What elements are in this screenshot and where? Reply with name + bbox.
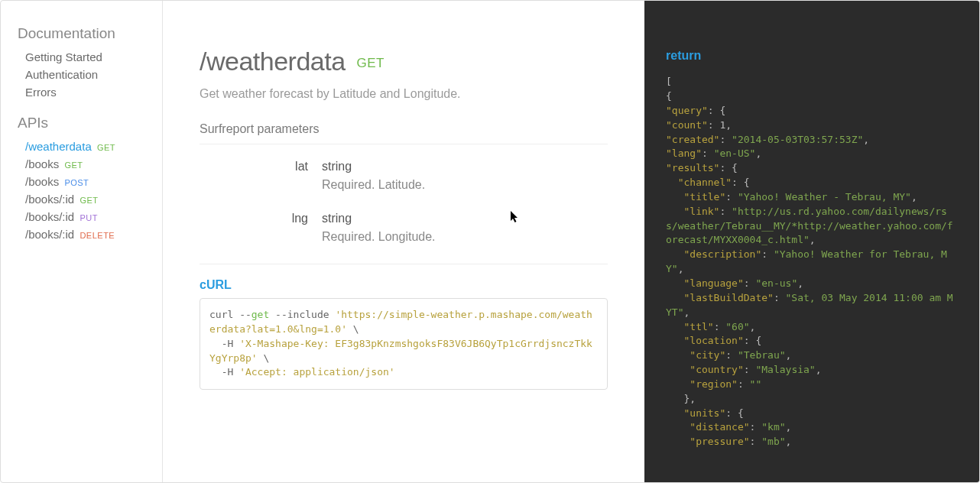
sidebar-api-item[interactable]: /weatherdata GET xyxy=(18,138,162,155)
sidebar-api-list: /weatherdata GET/books GET/books POST/bo… xyxy=(18,138,162,243)
curl-code-block[interactable]: curl --get --include 'https://simple-wea… xyxy=(200,298,608,390)
param-row: latstringRequired. Latitude. xyxy=(200,160,608,192)
sidebar-api-item-label: /books/:id xyxy=(25,210,74,223)
method-badge: GET xyxy=(64,160,83,170)
params-table: latstringRequired. Latitude.lngstringReq… xyxy=(200,160,608,244)
sidebar-doc-item[interactable]: Authentication xyxy=(18,66,162,83)
endpoint-method-badge: GET xyxy=(357,56,385,70)
method-badge: DELETE xyxy=(80,231,115,240)
sidebar-api-item[interactable]: /books/:id DELETE xyxy=(18,225,162,243)
param-type: string xyxy=(322,212,608,225)
endpoint-path: /weatherdata xyxy=(200,47,346,76)
sidebar-api-item-label: /books xyxy=(25,175,59,188)
sidebar-api-item[interactable]: /books/:id PUT xyxy=(18,208,162,225)
main-content: /weatherdata GET Get weather forecast by… xyxy=(163,1,644,482)
sidebar-api-item[interactable]: /books POST xyxy=(18,173,162,190)
sidebar-api-item-label: /books xyxy=(25,157,59,170)
params-divider xyxy=(200,264,608,264)
sidebar-doc-item[interactable]: Errors xyxy=(18,83,162,101)
method-badge: GET xyxy=(80,196,98,205)
sidebar-api-item[interactable]: /books GET xyxy=(18,155,162,173)
params-heading: Surfreport parameters xyxy=(200,122,608,144)
sidebar-api-item[interactable]: /books/:id GET xyxy=(18,190,162,208)
sidebar: Documentation Getting StartedAuthenticat… xyxy=(1,1,163,482)
param-name: lat xyxy=(200,160,322,192)
param-name: lng xyxy=(200,212,322,244)
method-badge: PUT xyxy=(80,213,98,222)
return-json[interactable]: [{"query": {"count": 1,"created": "2014-… xyxy=(666,75,958,449)
sidebar-api-item-label: /books/:id xyxy=(25,193,74,206)
method-badge: POST xyxy=(64,178,89,187)
curl-heading: cURL xyxy=(200,278,608,292)
param-type: string xyxy=(322,160,608,173)
param-desc: Required. Latitude. xyxy=(322,178,608,192)
return-panel: return [{"query": {"count": 1,"created":… xyxy=(644,1,979,482)
sidebar-doc-heading: Documentation xyxy=(18,25,162,42)
method-badge: GET xyxy=(97,143,115,152)
sidebar-api-heading: APIs xyxy=(18,115,162,131)
endpoint-description: Get weather forecast by Latitude and Lon… xyxy=(200,87,608,101)
sidebar-doc-list: Getting StartedAuthenticationErrors xyxy=(18,48,162,101)
sidebar-api-item-label: /books/:id xyxy=(25,228,74,241)
param-desc: Required. Longitude. xyxy=(322,230,608,244)
endpoint-title: /weatherdata GET xyxy=(200,47,608,76)
sidebar-api-item-label: /weatherdata xyxy=(25,140,92,153)
return-heading: return xyxy=(666,47,958,64)
sidebar-doc-item[interactable]: Getting Started xyxy=(18,48,162,66)
param-row: lngstringRequired. Longitude. xyxy=(200,212,608,244)
